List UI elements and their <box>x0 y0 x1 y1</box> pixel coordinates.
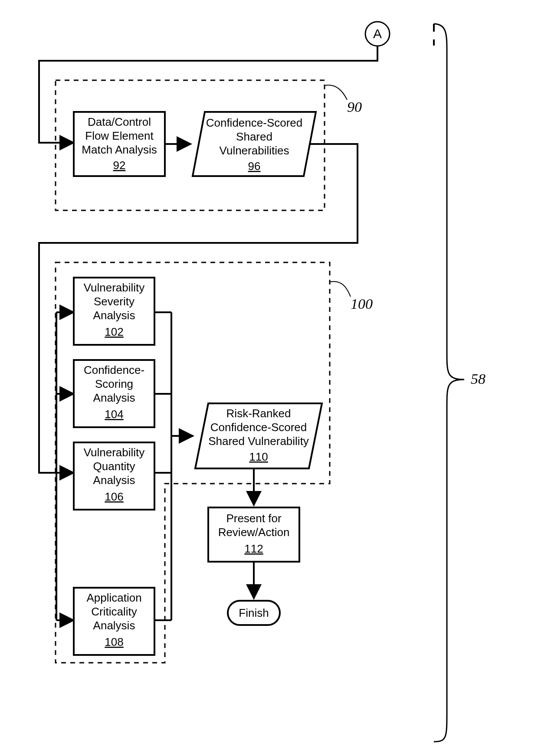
svg-text:102: 102 <box>105 325 123 338</box>
svg-text:Match Analysis: Match Analysis <box>82 143 157 156</box>
svg-text:Analysis: Analysis <box>93 474 135 487</box>
node-108: Application Criticality Analysis 108 <box>74 588 154 655</box>
node-106: Vulnerability Quantity Analysis 106 <box>74 442 154 510</box>
svg-text:Confidence-Scored: Confidence-Scored <box>206 116 303 129</box>
connector-A-label: A <box>373 26 382 41</box>
node-104: Confidence- Scoring Analysis 104 <box>74 360 154 427</box>
brace-58: 58 <box>434 24 486 742</box>
group-90-leader <box>325 85 347 100</box>
svg-text:Vulnerability: Vulnerability <box>84 281 145 294</box>
node-102: Vulnerability Severity Analysis 102 <box>74 278 154 345</box>
svg-text:106: 106 <box>105 490 123 503</box>
svg-text:112: 112 <box>244 542 263 555</box>
svg-text:Analysis: Analysis <box>93 619 135 632</box>
svg-text:Analysis: Analysis <box>93 391 135 404</box>
svg-text:Vulnerabilities: Vulnerabilities <box>220 144 289 157</box>
svg-text:96: 96 <box>248 160 261 173</box>
svg-text:110: 110 <box>249 450 268 463</box>
svg-text:Risk-Ranked: Risk-Ranked <box>226 407 291 420</box>
svg-text:Scoring: Scoring <box>95 377 133 390</box>
node-92: Data/Control Flow Element Match Analysis… <box>74 112 165 176</box>
svg-text:Shared Vulnerability: Shared Vulnerability <box>208 435 309 448</box>
node-110: Risk-Ranked Confidence-Scored Shared Vul… <box>195 403 322 468</box>
svg-text:Quantity: Quantity <box>93 460 135 473</box>
group-100-leader <box>330 281 351 297</box>
group-90-label: 90 <box>347 99 362 115</box>
node-112: Present for Review/Action 112 <box>208 507 299 562</box>
svg-text:Finish: Finish <box>239 606 269 619</box>
svg-text:Confidence-: Confidence- <box>84 363 144 376</box>
svg-text:Present for: Present for <box>226 512 282 525</box>
svg-text:Flow Element: Flow Element <box>85 129 154 142</box>
connector-A: A <box>365 22 390 46</box>
brace-58-label: 58 <box>471 371 486 387</box>
svg-text:Analysis: Analysis <box>93 309 135 322</box>
svg-text:Shared: Shared <box>236 130 272 143</box>
svg-text:Confidence-Scored: Confidence-Scored <box>210 421 307 434</box>
svg-text:Severity: Severity <box>94 295 134 308</box>
group-100-label: 100 <box>351 296 373 312</box>
svg-text:Review/Action: Review/Action <box>218 526 290 539</box>
svg-text:Vulnerability: Vulnerability <box>84 446 145 459</box>
svg-text:108: 108 <box>105 635 123 648</box>
node-96: Confidence-Scored Shared Vulnerabilities… <box>193 112 316 176</box>
svg-text:Criticality: Criticality <box>91 605 137 618</box>
svg-text:92: 92 <box>113 159 126 172</box>
svg-text:104: 104 <box>105 408 123 421</box>
svg-text:Application: Application <box>86 591 141 604</box>
svg-text:Data/Control: Data/Control <box>88 115 151 128</box>
terminator-finish: Finish <box>228 601 280 625</box>
